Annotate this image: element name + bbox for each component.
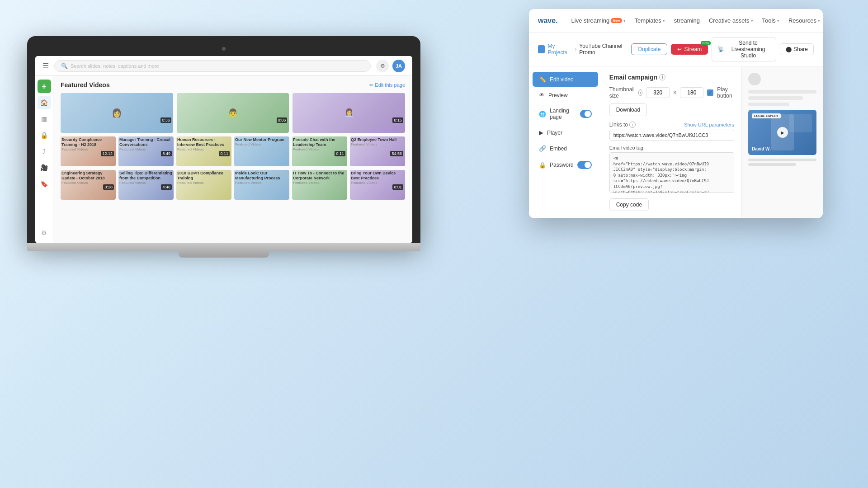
landing-page-toggle[interactable]	[580, 110, 592, 118]
video-card-sm2-4[interactable]: Inside Look: Our Manufacturing Process F…	[234, 170, 289, 200]
panel-edit-video[interactable]: ✏️ Edit video	[533, 72, 598, 87]
panel-landing-page[interactable]: 🌐 Landing page	[533, 103, 598, 124]
panel-password[interactable]: 🔒 Password	[533, 157, 598, 173]
nav-tools-chevron: ▾	[777, 19, 779, 23]
preview-label: Preview	[548, 92, 568, 99]
video-sm2-cat-3: Featured Videos	[177, 181, 231, 185]
featured-grid-small-2: 0:28 Engineering Strategy Update - Octob…	[61, 170, 405, 200]
settings-icon[interactable]: ⚙	[376, 60, 389, 72]
video-card-sm-4[interactable]: Our New Mentor Program Featured Videos	[234, 136, 289, 166]
video-sm-dur-6: 54:56	[390, 151, 403, 156]
video-card-sm-2[interactable]: 8:49 Manager Training - Critical Convers…	[118, 136, 174, 166]
video-sm-dur-5: 0:11	[335, 151, 345, 156]
duplicate-button[interactable]: Duplicate	[631, 43, 667, 55]
video-card-sm2-3[interactable]: 2018 GDPR Compliance Training Featured V…	[176, 170, 231, 200]
laptop-device: ☰ 🔍 Search slides, notes, captions and m…	[27, 36, 420, 258]
panel-preview[interactable]: 👁 Preview	[533, 88, 598, 103]
share-button[interactable]: ⬤ Share	[780, 43, 814, 55]
password-label: Password	[550, 162, 574, 168]
nav-creative-assets[interactable]: Creative assets ▾	[709, 17, 753, 24]
embed-icon: 🔗	[539, 145, 546, 152]
nav-resources-label: Resources	[788, 17, 816, 24]
video-card-large-2[interactable]: 👨 8:06 Our Company Culture Featured Vide…	[177, 93, 289, 133]
navbar: wave. Live streaming New ▾ Templates ▾ s…	[529, 9, 823, 33]
video-card-sm2-5[interactable]: IT How To - Connect to the Corporate Net…	[292, 170, 347, 200]
sidebar-bookmark[interactable]: 🔖	[38, 177, 51, 191]
thumbnail-info-icon[interactable]: i	[638, 89, 643, 96]
show-url-params-link[interactable]: Show URL parameters	[684, 122, 734, 127]
email-campaign-info-icon[interactable]: i	[659, 74, 665, 80]
times-symbol: ×	[673, 89, 676, 96]
hamburger-icon[interactable]: ☰	[42, 61, 49, 70]
video-card-large-1[interactable]: 👩 0:36 New Employee Welcome Featured Vid…	[61, 93, 173, 133]
download-button[interactable]: Download	[609, 103, 647, 116]
video-card-sm-6[interactable]: 54:56 Q2 Employee Town Hall Featured Vid…	[350, 136, 405, 166]
copy-code-button[interactable]: Copy code	[609, 198, 649, 211]
links-to-input[interactable]	[609, 130, 734, 141]
preview-image-name: David W.	[752, 146, 771, 151]
video-card-sm2-2[interactable]: 4:48 Selling Tips: Differentiating from …	[118, 170, 174, 200]
nav-templates[interactable]: Templates ▾	[635, 17, 665, 24]
video-sm2-title-3: 2018 GDPR Compliance Training	[177, 171, 231, 181]
app-search[interactable]: 🔍 Search slides, notes, captions and mor…	[54, 60, 371, 72]
preview-line-2	[748, 96, 803, 100]
breadcrumb-my-projects[interactable]: My Projects	[547, 43, 572, 56]
video-duration-3: 8:15	[392, 117, 403, 123]
nav-streaming[interactable]: streaming	[674, 17, 700, 24]
video-sm2-cat-4: Featured Videos	[235, 181, 288, 185]
sidebar-settings[interactable]: ⚙	[38, 226, 51, 239]
video-sm-info-2: Manager Training - Critical Conversation…	[118, 136, 174, 151]
video-sm-cat-4: Featured Videos	[235, 142, 288, 146]
edit-this-page-button[interactable]: ✏ Edit this page	[369, 82, 405, 88]
livestream-label: Send to Livestreaming Studio	[726, 40, 770, 59]
password-toggle[interactable]	[577, 161, 592, 169]
preview-image: LOCAL EXPERT David W. ▶	[748, 110, 816, 155]
laptop-screen: ☰ 🔍 Search slides, notes, captions and m…	[35, 56, 412, 243]
video-sm-title-3: Human Resources - Interview Best Practic…	[177, 137, 231, 147]
send-to-livestreaming-button[interactable]: 📡 Send to Livestreaming Studio	[712, 37, 776, 61]
code-textarea[interactable]: <a href="https://watch.wave.video/Q7nBwU…	[609, 152, 734, 193]
preview-panel: LOCAL EXPERT David W. ▶	[741, 66, 823, 218]
nav-live-streaming[interactable]: Live streaming New ▾	[571, 17, 626, 24]
landing-page-icon: 🌐	[539, 111, 546, 117]
sidebar-grid[interactable]: ▦	[38, 112, 51, 126]
video-sm2-info-1: Engineering Strategy Update - October 20…	[61, 170, 116, 185]
app-main-header: Featured Videos ✏ Edit this page	[61, 81, 405, 89]
breadcrumb-icon	[538, 45, 545, 53]
video-card-sm-1[interactable]: 12:12 Security Compliance Training - H2 …	[61, 136, 116, 166]
thumbnail-height-input[interactable]	[680, 87, 703, 98]
panel-embed[interactable]: 🔗 Embed	[533, 141, 598, 156]
nav-resources[interactable]: Resources ▾	[788, 17, 820, 24]
sidebar-share[interactable]: ⤴	[38, 145, 51, 158]
panel-layout: ✏️ Edit video 👁 Preview 🌐 Landing page ▶…	[529, 66, 823, 218]
video-card-large-3[interactable]: 👩‍💼 8:15 Diversity in the Workplace Feat…	[292, 93, 405, 133]
panel-player[interactable]: ▶ Player	[533, 125, 598, 140]
video-sm-title-1: Security Compliance Training - H2 2018	[61, 137, 115, 147]
video-card-sm2-1[interactable]: 0:28 Engineering Strategy Update - Octob…	[61, 170, 116, 200]
video-card-sm-3[interactable]: 0:11 Human Resources - Interview Best Pr…	[176, 136, 231, 166]
links-info-icon[interactable]: i	[629, 122, 636, 128]
add-button[interactable]: +	[38, 80, 51, 93]
video-sm2-title-2: Selling Tips: Differentiating from the C…	[119, 171, 173, 181]
app-layout: + 🏠 ▦ 🔒 ⤴ 🎥 🔖 ⚙ Featured Videos ✏ Edit t…	[35, 76, 412, 243]
nav-tools[interactable]: Tools ▾	[762, 17, 779, 24]
user-avatar[interactable]: JA	[392, 60, 405, 72]
sidebar-home[interactable]: 🏠	[38, 96, 51, 109]
panel-right: Email campaign i Thumbnail size i × ✓ Pl…	[602, 66, 741, 218]
app-topbar: ☰ 🔍 Search slides, notes, captions and m…	[35, 56, 412, 76]
laptop-camera-dot	[222, 47, 226, 51]
app-main: Featured Videos ✏ Edit this page 👩 0:36 …	[53, 76, 412, 243]
video-card-sm2-6[interactable]: 8:01 Bring Your Own Device Best Practice…	[350, 170, 405, 200]
play-button-checkbox[interactable]: ✓	[707, 89, 713, 96]
thumbnail-width-input[interactable]	[646, 87, 670, 98]
featured-grid-small-1: 12:12 Security Compliance Training - H2 …	[61, 136, 405, 166]
video-sm2-title-5: IT How To - Connect to the Corporate Net…	[293, 171, 346, 181]
video-sm2-title-6: Bring Your Own Device Best Practices	[351, 171, 404, 181]
sidebar-camera[interactable]: 🎥	[38, 161, 51, 174]
sidebar-lock[interactable]: 🔒	[38, 128, 51, 142]
video-card-sm-5[interactable]: 0:11 Fireside Chat with the Leadership T…	[292, 136, 347, 166]
nav-creative-assets-chevron: ▾	[751, 19, 753, 23]
links-to-row: Links to i Show URL parameters	[609, 122, 734, 128]
stream-button[interactable]: ↩ Stream Beta	[671, 44, 708, 55]
video-sm-title-6: Q2 Employee Town Hall	[351, 137, 404, 142]
